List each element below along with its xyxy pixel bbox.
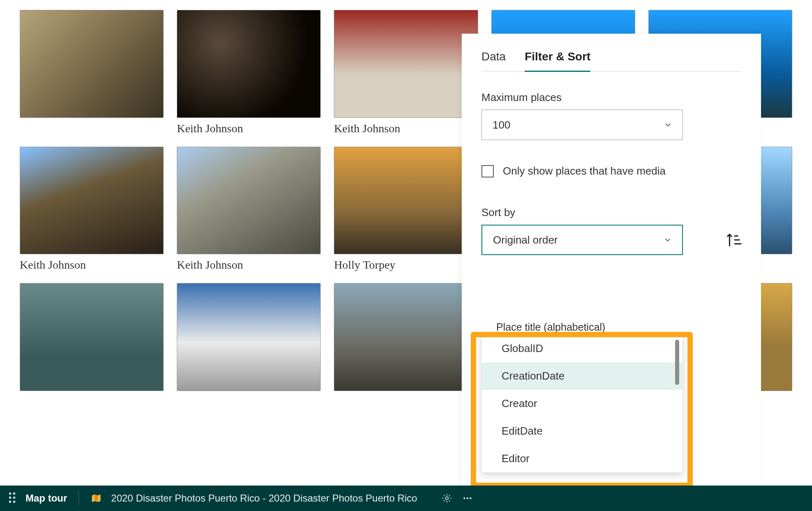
media-only-checkbox[interactable]: Only show places that have media xyxy=(481,165,741,177)
panel-tabs: Data Filter & Sort xyxy=(481,50,741,71)
more-icon[interactable] xyxy=(462,493,473,504)
gallery-card[interactable]: Keith Johnson xyxy=(177,10,321,135)
max-places-select[interactable]: 100 xyxy=(481,110,683,140)
gallery-card[interactable]: Keith Johnson xyxy=(334,10,478,135)
gallery-card[interactable] xyxy=(20,283,164,395)
photo-thumbnail[interactable] xyxy=(177,147,321,255)
gear-icon[interactable] xyxy=(441,493,453,504)
sort-option[interactable]: CreationDate xyxy=(482,362,682,390)
gallery-card[interactable] xyxy=(334,283,478,395)
sort-by-label: Sort by xyxy=(481,206,741,219)
gallery-card[interactable] xyxy=(177,283,321,395)
sort-dropdown: GlobalID CreationDate Creator EditDate E… xyxy=(481,334,683,473)
chevron-down-icon xyxy=(664,120,673,129)
document-title: 2020 Disaster Photos Puerto Rico - 2020 … xyxy=(111,493,417,504)
photo-thumbnail[interactable] xyxy=(177,283,321,391)
photo-thumbnail[interactable] xyxy=(334,10,478,118)
photo-thumbnail[interactable] xyxy=(20,283,164,391)
chevron-down-icon xyxy=(663,235,672,244)
gallery-card[interactable]: Keith Johnson xyxy=(20,147,164,272)
sort-option[interactable]: Creator xyxy=(482,390,682,417)
photo-thumbnail[interactable] xyxy=(20,10,164,118)
photo-thumbnail[interactable] xyxy=(177,10,321,118)
section-label: Map tour xyxy=(25,493,67,504)
bottom-bar: Map tour 2020 Disaster Photos Puerto Ric… xyxy=(0,486,812,511)
photo-caption: Keith Johnson xyxy=(177,258,321,272)
max-places-value: 100 xyxy=(493,119,510,131)
sort-by-value: Original order xyxy=(493,234,558,246)
map-icon xyxy=(90,493,102,504)
photo-caption: Keith Johnson xyxy=(20,258,164,272)
photo-thumbnail[interactable] xyxy=(20,147,164,255)
sort-option[interactable]: EditDate xyxy=(482,417,682,445)
max-places-label: Maximum places xyxy=(481,91,741,104)
photo-caption: Keith Johnson xyxy=(177,122,321,135)
svg-point-0 xyxy=(445,497,448,500)
photo-caption: Holly Torpey xyxy=(334,258,478,272)
sort-option[interactable]: GlobalID xyxy=(482,335,682,362)
sort-option-peek[interactable]: Place title (alphabetical) xyxy=(481,321,683,333)
photo-caption: Keith Johnson xyxy=(334,122,478,135)
filter-panel: Data Filter & Sort Maximum places 100 On… xyxy=(462,34,761,486)
sort-option[interactable]: Editor xyxy=(482,445,682,472)
sort-direction-button[interactable] xyxy=(725,230,744,249)
svg-point-2 xyxy=(467,497,468,499)
drag-handle-icon[interactable] xyxy=(9,493,16,504)
tab-filter-sort[interactable]: Filter & Sort xyxy=(525,50,590,72)
photo-thumbnail[interactable] xyxy=(334,283,478,391)
media-only-label: Only show places that have media xyxy=(503,165,666,177)
svg-point-3 xyxy=(470,497,471,499)
tab-data[interactable]: Data xyxy=(481,50,506,72)
dropdown-scrollbar[interactable] xyxy=(675,340,679,385)
checkbox-icon xyxy=(481,165,494,177)
gallery-card[interactable]: Keith Johnson xyxy=(177,147,321,272)
gallery-card[interactable]: Holly Torpey xyxy=(334,147,478,272)
sort-by-select[interactable]: Original order xyxy=(481,225,683,255)
photo-thumbnail[interactable] xyxy=(334,147,478,255)
svg-point-1 xyxy=(463,497,465,499)
separator xyxy=(79,491,79,505)
gallery-card[interactable] xyxy=(20,10,164,135)
